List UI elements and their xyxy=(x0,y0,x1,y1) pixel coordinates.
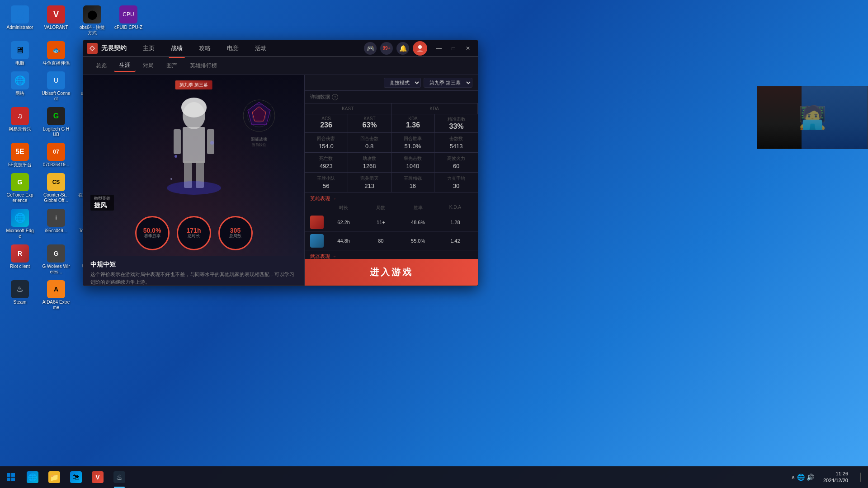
stat-circle-time: 171h 总时长 xyxy=(177,216,211,250)
logitech-icon: G xyxy=(47,107,65,125)
desktop-icon-obs[interactable]: ⬤ obs64 - 快捷方式 xyxy=(76,4,108,38)
eval-title: 中规中矩 xyxy=(90,261,297,269)
desktop-icon-cpuid[interactable]: CPU cPUID CPU-Z xyxy=(112,4,145,38)
riotclient-label: Riot client xyxy=(10,264,30,269)
hits-label: 回合击数 xyxy=(353,136,387,142)
desktop-icon-steam[interactable]: ♨ Steam xyxy=(4,278,36,312)
network-label: 网络 xyxy=(15,91,24,96)
start-button[interactable] xyxy=(0,466,22,488)
left-panel: 第九季 第三幕 xyxy=(83,75,305,286)
accuracy-value-col: 精准击数 33% xyxy=(435,114,478,132)
window-body: 无畏契约 主页 战绩 攻略 电竞 活动 xyxy=(83,40,478,286)
effective-label: 高效火力 xyxy=(439,155,473,162)
i95-icon: i xyxy=(47,209,65,227)
taskbar-files[interactable]: 📁 xyxy=(43,466,65,488)
geforce-label: GeForce Experience xyxy=(5,192,34,203)
sub-nav-ranking[interactable]: 英雄排行榜 xyxy=(184,60,222,71)
stat-circle-winrate: 50.0% 赛季胜率 xyxy=(135,216,170,250)
taskbar-edge[interactable]: 🌐 xyxy=(22,466,43,488)
firstblood-col: 率先击数 1040 xyxy=(392,153,435,172)
enter-game-button[interactable]: 进入游戏 xyxy=(305,259,478,286)
obs-icon: ⬤ xyxy=(83,5,101,23)
desktop-icon-aida64[interactable]: A AIDA64 Extreme xyxy=(40,278,72,312)
window-controls: — □ ✕ xyxy=(433,44,474,53)
shots-value: 5413 xyxy=(439,143,473,150)
nav-guide[interactable]: 攻略 xyxy=(192,42,218,54)
controller-icon[interactable]: 🎮 xyxy=(364,42,377,55)
pc-icon: 🖥 xyxy=(11,41,29,59)
desktop-icon-netease[interactable]: ♫ 网易云音乐 xyxy=(4,105,36,139)
winrate-combat-label: 回合胜率 xyxy=(396,136,430,142)
combat-row: 回合伤害 154.0 回合击数 0.8 回合胜率 51.0% xyxy=(305,133,478,153)
show-desktop-line xyxy=(860,473,861,482)
question-icon[interactable]: ? xyxy=(332,94,338,100)
season-select[interactable]: 第九季 第三幕 xyxy=(424,78,472,88)
hits-col: 回合击数 0.8 xyxy=(348,133,392,152)
nav-events[interactable]: 活动 xyxy=(248,42,274,54)
tray-expand-icon[interactable]: ∧ xyxy=(791,474,795,480)
csgo-icon: CS xyxy=(47,173,65,191)
clutch-label: 力克千钧 xyxy=(439,175,473,182)
desktop-icon-ubisoft[interactable]: U Ubisoft Connect xyxy=(40,70,72,103)
taskbar-valorant[interactable]: V xyxy=(87,466,108,488)
rp-scroll[interactable]: 详细数据 ? KAST KDA xyxy=(305,91,478,259)
desktop-icon-admin[interactable]: 👤 Administrator xyxy=(4,4,36,38)
other-row: 死亡数 4923 助攻数 1268 率先击数 1040 xyxy=(305,153,478,173)
winrate-combat-value: 51.0% xyxy=(396,143,430,150)
desktop-icon-geforce[interactable]: G GeForce Experience xyxy=(4,171,36,205)
maximize-button[interactable]: □ xyxy=(447,44,460,53)
gwolves-label: G Wolves Wireles... xyxy=(42,264,71,275)
obs-label: obs64 - 快捷方式 xyxy=(78,25,107,36)
show-desktop-button[interactable] xyxy=(854,466,868,488)
desktop-icon-pc[interactable]: 🖥 电脑 xyxy=(4,39,36,68)
gwolves-icon: G xyxy=(47,244,65,263)
desktop-icon-riotclient[interactable]: R Riot client xyxy=(4,243,36,277)
desktop-icon-5e[interactable]: 5E 5E竞技平台 xyxy=(4,141,36,169)
desktop-icon-i95[interactable]: i i95cc049... xyxy=(40,207,72,241)
desktop-icon-gwolves[interactable]: G G Wolves Wireles... xyxy=(40,243,72,277)
cpuid-label: cPUID CPU-Z xyxy=(114,25,142,30)
hero-icon-2 xyxy=(310,234,324,248)
firstblood-value: 1040 xyxy=(396,163,430,169)
steam-taskbar-icon: ♨ xyxy=(113,471,125,483)
sub-nav-career[interactable]: 生涯 xyxy=(114,60,136,72)
notification-icon[interactable]: 🔔 xyxy=(396,42,409,55)
desktop-icon-logitech[interactable]: G Logitech G HUB xyxy=(40,105,72,139)
svg-point-12 xyxy=(210,141,214,145)
netease-icon: ♫ xyxy=(11,107,29,125)
sub-nav-inventory[interactable]: 图产 xyxy=(161,60,183,71)
hero-icon-spacer xyxy=(310,205,324,211)
nav-esports[interactable]: 电竞 xyxy=(220,42,246,54)
badge-icon[interactable]: 99+ xyxy=(380,42,393,55)
taskbar-steam[interactable]: ♨ xyxy=(108,466,130,488)
precision-col: 王牌精锐 16 xyxy=(392,173,435,192)
character-svg xyxy=(149,89,239,215)
5e-label: 5E竞技平台 xyxy=(8,162,32,168)
svg-rect-24 xyxy=(11,473,15,477)
edge-icon: 🌐 xyxy=(11,209,29,227)
taskbar-clock[interactable]: 11:26 2024/12/20 xyxy=(823,470,848,484)
clock-time: 11:26 xyxy=(823,470,848,477)
hits-value: 0.8 xyxy=(353,143,387,150)
taskbar-store[interactable]: 🛍 xyxy=(65,466,87,488)
taskbar-items: 🌐 📁 🛍 V ♨ xyxy=(22,466,788,488)
precision-value: 16 xyxy=(396,183,430,189)
acs-kast-kda-row: KAST KDA xyxy=(305,103,478,114)
sub-nav-overview[interactable]: 总览 xyxy=(90,60,112,71)
sub-nav-matches[interactable]: 对局 xyxy=(137,60,159,71)
close-button[interactable]: ✕ xyxy=(462,44,474,53)
desktop-icon-edge[interactable]: 🌐 Microsoft Edge xyxy=(4,207,36,241)
desktop-icon-network[interactable]: 🌐 网络 xyxy=(4,70,36,103)
hero-1-kda: 1.28 xyxy=(438,220,472,225)
minimize-button[interactable]: — xyxy=(433,44,445,53)
nav-home[interactable]: 主页 xyxy=(136,42,162,54)
mode-select[interactable]: 竞技模式 xyxy=(384,78,421,88)
avatar-icon[interactable] xyxy=(413,41,427,56)
radar-chart-area: 源能战魂 当前段位 xyxy=(241,98,277,134)
desktop-icon-valorant[interactable]: V VALORANT xyxy=(40,4,72,38)
desktop-icon-csgo[interactable]: CS Counter-Si... Global Off... xyxy=(40,171,72,205)
eval-text: 这个评价表示在游戏对局中表现不好也不差，与同等水平的其他玩家的表现相匹配，可以学… xyxy=(90,271,297,286)
desktop-icon-douyu[interactable]: 🐟 斗鱼直播伴侣 xyxy=(40,39,72,68)
nav-stats[interactable]: 战绩 xyxy=(164,42,190,54)
desktop-icon-07[interactable]: 07 070836419... xyxy=(40,141,72,169)
